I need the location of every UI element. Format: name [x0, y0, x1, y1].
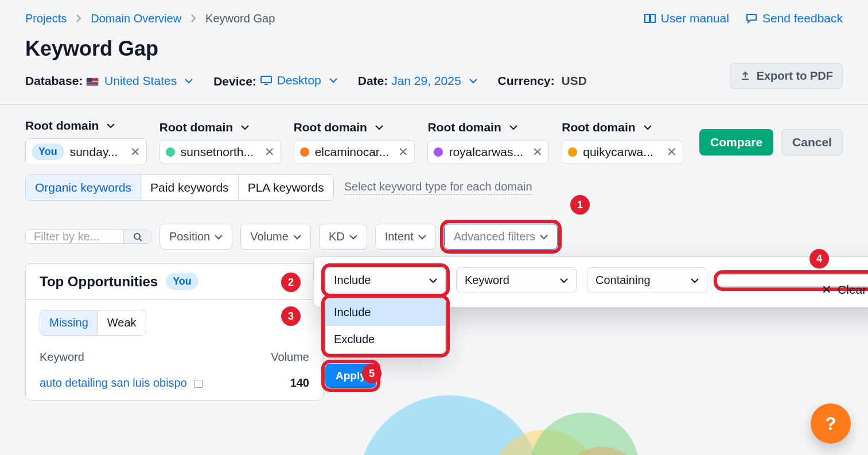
tab-pla[interactable]: PLA keywords	[239, 175, 333, 200]
select-type-link[interactable]: Select keyword type for each domain	[344, 180, 532, 195]
crumb-current: Keyword Gap	[205, 12, 275, 25]
chevron-down-icon	[329, 77, 337, 83]
you-pill: You	[32, 143, 64, 160]
root-label: Root domain	[562, 120, 635, 134]
chevron-down-icon	[429, 278, 437, 283]
domain-col-2: Root domain sunsetnorth... ✕	[159, 120, 281, 164]
device-dropdown[interactable]: Desktop	[260, 73, 337, 87]
domain-chip[interactable]: royalcarwas... ✕	[427, 140, 549, 164]
tab-organic[interactable]: Organic keywords	[26, 175, 141, 200]
export-pdf-label: Export to PDF	[757, 69, 833, 83]
col-volume: Volume	[271, 351, 309, 364]
crumb-projects[interactable]: Projects	[25, 12, 67, 25]
domain-chip[interactable]: sunsetnorth... ✕	[159, 140, 281, 164]
chevron-down-icon	[375, 125, 383, 130]
domain-chip-text: quikycarwa...	[583, 145, 653, 159]
filter-volume[interactable]: Volume	[240, 224, 311, 250]
select-label: Include	[334, 274, 371, 287]
keyword-link[interactable]: auto detailing san luis obispo	[40, 376, 203, 390]
cancel-button[interactable]: Cancel	[781, 129, 843, 155]
help-fab[interactable]: ?	[811, 403, 851, 444]
match-type-select[interactable]: Containing	[587, 267, 707, 293]
chevron-down-icon	[293, 234, 301, 240]
chevron-down-icon	[349, 234, 357, 240]
currency-value: USD	[562, 74, 587, 87]
compare-button[interactable]: Compare	[699, 129, 773, 155]
root-domain-dropdown[interactable]: Root domain	[562, 120, 683, 134]
annotation-3: 3	[281, 306, 301, 326]
database-dropdown[interactable]: United States	[104, 74, 193, 88]
domain-chip-you[interactable]: You sunday... ✕	[25, 138, 147, 165]
send-feedback-link[interactable]: Send feedback	[745, 11, 843, 25]
tab-paid[interactable]: Paid keywords	[141, 175, 239, 200]
filter-advanced[interactable]: Advanced filters	[444, 224, 558, 250]
close-icon[interactable]: ✕	[264, 145, 275, 159]
keyword-type-tabs: Organic keywords Paid keywords PLA keywo…	[25, 174, 334, 201]
filter-label: Position	[169, 230, 210, 243]
root-label: Root domain	[427, 120, 501, 134]
venn-diagram	[358, 395, 679, 455]
clear-all[interactable]: ✕ Clear all	[822, 283, 868, 297]
svg-point-1	[134, 234, 140, 239]
close-icon[interactable]: ✕	[532, 145, 543, 159]
filter-intent[interactable]: Intent	[375, 224, 436, 250]
annotation-number-icon: 1	[570, 195, 590, 215]
panel-row: Include Keyword Containing	[325, 267, 868, 293]
filter-position[interactable]: Position	[159, 224, 232, 250]
chevron-down-icon	[691, 278, 699, 283]
search-icon	[133, 232, 143, 242]
root-label: Root domain	[159, 120, 233, 134]
close-icon[interactable]: ✕	[398, 145, 408, 159]
crumb-domain-overview[interactable]: Domain Overview	[91, 12, 181, 25]
domain-chip[interactable]: quikycarwa... ✕	[562, 140, 683, 164]
tab-missing[interactable]: Missing	[40, 310, 98, 335]
color-dot	[166, 147, 175, 157]
root-domain-dropdown[interactable]: Root domain	[159, 120, 281, 134]
meta-database: Database: United States	[25, 74, 193, 88]
close-icon[interactable]: ✕	[667, 145, 677, 159]
opportunity-columns: Keyword Volume	[40, 351, 309, 364]
chevron-down-icon	[644, 125, 652, 130]
venn-circle	[530, 413, 639, 455]
option-exclude[interactable]: Exclude	[326, 326, 445, 353]
root-domain-dropdown[interactable]: Root domain	[427, 120, 549, 134]
opportunities-title: Top Opportunities	[40, 274, 158, 290]
domain-col-5: Root domain quikycarwa... ✕	[562, 120, 683, 164]
tab-weak[interactable]: Weak	[98, 310, 146, 335]
meta-device: Device: Desktop	[213, 73, 337, 88]
filter-kd[interactable]: KD	[319, 224, 367, 250]
opportunity-tabs: Missing Weak	[40, 310, 146, 336]
opportunity-row: auto detailing san luis obispo 140	[40, 376, 309, 390]
desktop-icon	[260, 75, 273, 85]
svg-rect-0	[261, 76, 271, 83]
include-exclude-select[interactable]: Include	[325, 267, 446, 293]
us-flag-icon	[86, 77, 99, 86]
chevron-down-icon	[418, 234, 426, 240]
annotation-5: 5	[362, 364, 382, 383]
domain-chip-text: royalcarwas...	[449, 145, 523, 159]
filters: Position Volume KD Intent Advanced filte…	[25, 224, 843, 250]
filter-label: Advanced filters	[454, 230, 535, 243]
export-pdf-button[interactable]: Export to PDF	[730, 63, 843, 89]
root-domain-dropdown[interactable]: Root domain	[294, 120, 415, 134]
annotation-number-icon: 2	[281, 273, 301, 292]
user-manual-label: User manual	[661, 11, 729, 25]
close-icon[interactable]: ✕	[130, 145, 141, 159]
search-button[interactable]	[123, 230, 151, 243]
annotation-number-icon: 4	[809, 249, 829, 269]
root-domain-dropdown[interactable]: Root domain	[25, 119, 147, 133]
domain-chip[interactable]: elcaminocar... ✕	[294, 140, 415, 164]
keyword-field-select[interactable]: Keyword	[456, 267, 577, 293]
date-value: Jan 29, 2025	[391, 74, 461, 88]
domain-col-1: Root domain You sunday... ✕	[25, 119, 147, 165]
you-pill: You	[166, 273, 198, 290]
database-label: Database:	[25, 74, 83, 87]
meta-row: Database: United States Device: Desktop	[25, 73, 843, 88]
device-value: Desktop	[277, 73, 321, 87]
option-include[interactable]: Include	[326, 299, 445, 326]
domain-col-3: Root domain elcaminocar... ✕	[294, 120, 415, 164]
keyword-filter-input[interactable]	[26, 230, 123, 243]
date-dropdown[interactable]: Jan 29, 2025	[391, 74, 477, 88]
filter-label: KD	[329, 230, 345, 243]
user-manual-link[interactable]: User manual	[644, 11, 729, 25]
